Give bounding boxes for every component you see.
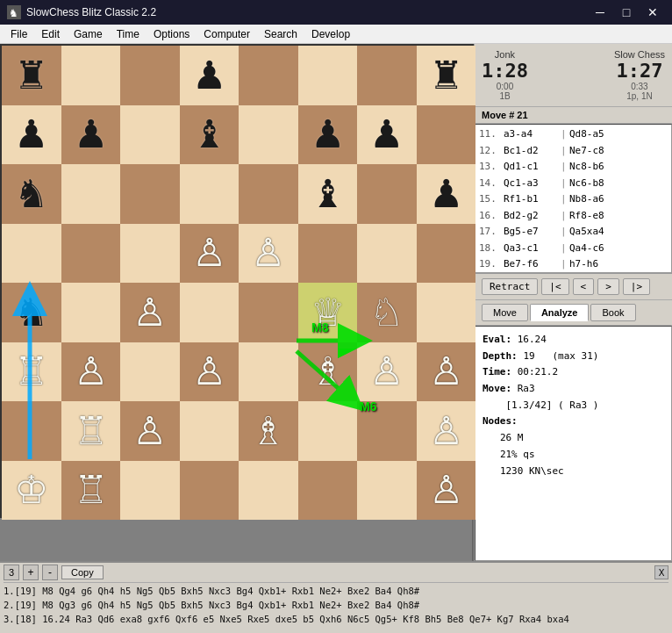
square-h4[interactable]	[417, 283, 476, 342]
square-c1[interactable]	[120, 461, 180, 521]
square-g3[interactable]: ♙	[357, 342, 417, 402]
square-b7[interactable]: ♟	[61, 105, 121, 165]
square-f7[interactable]: ♟	[298, 105, 358, 165]
square-f3[interactable]: ♗	[298, 342, 358, 402]
square-a2[interactable]	[2, 401, 61, 461]
square-a5[interactable]	[2, 224, 61, 284]
analysis-minus-button[interactable]: -	[42, 565, 58, 580]
square-c5[interactable]	[120, 224, 180, 284]
square-h7[interactable]	[417, 105, 476, 165]
square-d4[interactable]	[180, 283, 239, 342]
square-e7[interactable]	[239, 105, 298, 165]
menu-computer[interactable]: Computer	[197, 26, 257, 42]
square-b6[interactable]	[61, 164, 121, 224]
square-e5[interactable]: ♙	[239, 224, 298, 284]
square-h2[interactable]: ♙	[417, 401, 476, 461]
tab-analyze[interactable]: Analyze	[530, 304, 590, 321]
square-f2[interactable]	[298, 401, 358, 461]
square-d2[interactable]	[180, 401, 239, 461]
tab-book[interactable]: Book	[590, 304, 635, 321]
menu-game[interactable]: Game	[67, 26, 110, 42]
square-h6[interactable]: ♟	[417, 164, 476, 224]
square-e8[interactable]	[239, 46, 298, 105]
prev-button[interactable]: <	[573, 278, 595, 295]
square-a3[interactable]: ♖	[2, 342, 61, 402]
square-b8[interactable]	[61, 46, 121, 105]
square-d6[interactable]	[180, 164, 239, 224]
analysis-line-2: 2.[19] M8 Qg3 g6 Qh4 h5 Ng5 Qb5 Bxh5 Nxc…	[4, 599, 668, 613]
minimize-button[interactable]: ─	[588, 4, 612, 21]
square-b1[interactable]: ♖	[61, 461, 121, 521]
square-c3[interactable]	[120, 342, 180, 402]
square-b2[interactable]: ♖	[61, 401, 121, 461]
square-e3[interactable]	[239, 342, 298, 402]
menu-options[interactable]: Options	[147, 26, 197, 42]
square-h5[interactable]	[417, 224, 476, 284]
square-f6[interactable]: ♝	[298, 164, 358, 224]
menubar: File Edit Game Time Options Computer Sea…	[0, 25, 672, 44]
tab-move[interactable]: Move	[482, 304, 528, 321]
square-a6[interactable]: ♞	[2, 164, 61, 224]
close-analysis-button[interactable]: X	[654, 565, 668, 579]
square-g1[interactable]	[357, 461, 417, 521]
square-b5[interactable]	[61, 224, 121, 284]
analysis-add-button[interactable]: +	[23, 565, 39, 580]
square-d8[interactable]: ♟	[180, 46, 239, 105]
square-e2[interactable]: ♗	[239, 401, 298, 461]
menu-develop[interactable]: Develop	[304, 26, 357, 42]
square-a4[interactable]: ♞	[2, 283, 61, 342]
square-d7[interactable]: ♝	[180, 105, 239, 165]
right-panel: Jonk 1:28 0:00 1B Slow Chess 1:27 0:33 1…	[474, 44, 672, 561]
square-f1[interactable]	[298, 461, 358, 521]
menu-file[interactable]: File	[4, 26, 34, 42]
square-f5[interactable]	[298, 224, 358, 284]
square-d1[interactable]	[180, 461, 239, 521]
qs-line: 21% qs	[483, 447, 664, 464]
move-list[interactable]: 11. a3-a4 | Qd8-a5 12. Bc1-d2 | Ne7-c8 1…	[475, 124, 672, 273]
square-h8[interactable]: ♜	[417, 46, 476, 105]
analysis-lines: 1.[19] M8 Qg4 g6 Qh4 h5 Ng5 Qb5 Bxh5 Nxc…	[4, 585, 668, 626]
square-a1[interactable]: ♔	[2, 461, 61, 521]
maximize-button[interactable]: □	[614, 4, 639, 21]
speed-line: 1230 KN\sec	[483, 464, 664, 480]
next-button[interactable]: >	[597, 278, 619, 295]
menu-search[interactable]: Search	[257, 26, 304, 42]
square-d3[interactable]: ♙	[180, 342, 239, 402]
nodes-val-line: 26 M	[483, 430, 664, 447]
square-a7[interactable]: ♟	[2, 105, 61, 165]
player-right-time: 1:27	[614, 60, 665, 82]
move-row-19: 19. Be7-f6 | h7-h6	[477, 256, 669, 273]
square-g4[interactable]: ♘	[357, 283, 417, 342]
move-row-17: 17. Bg5-e7 | Qa5xa4	[477, 224, 669, 241]
end-button[interactable]: |>	[623, 278, 650, 295]
square-f8[interactable]	[298, 46, 358, 105]
square-c6[interactable]	[120, 164, 180, 224]
square-e1[interactable]	[239, 461, 298, 521]
square-h1[interactable]: ♙	[417, 461, 476, 521]
square-g7[interactable]: ♟	[357, 105, 417, 165]
menu-edit[interactable]: Edit	[34, 26, 67, 42]
square-e6[interactable]	[239, 164, 298, 224]
square-b3[interactable]: ♙	[61, 342, 121, 402]
start-button[interactable]: |<	[541, 278, 568, 295]
square-c7[interactable]	[120, 105, 180, 165]
retract-button[interactable]: Retract	[482, 278, 538, 295]
square-h3[interactable]: ♙	[417, 342, 476, 402]
analysis-bar: 3 + - Copy X 1.[19] M8 Qg4 g6 Qh4 h5 Ng5…	[0, 561, 672, 633]
square-g5[interactable]	[357, 224, 417, 284]
svg-text:♞: ♞	[9, 7, 18, 19]
copy-button[interactable]: Copy	[61, 565, 104, 579]
square-e4[interactable]	[239, 283, 298, 342]
square-c4[interactable]: ♙	[120, 283, 180, 342]
square-g8[interactable]	[357, 46, 417, 105]
close-button[interactable]: ✕	[640, 4, 665, 21]
square-c8[interactable]	[120, 46, 180, 105]
menu-time[interactable]: Time	[110, 26, 147, 42]
square-g6[interactable]	[357, 164, 417, 224]
square-d5[interactable]: ♙	[180, 224, 239, 284]
analysis-tab-num[interactable]: 3	[4, 565, 19, 580]
player-right: Slow Chess 1:27 0:33 1p, 1N	[614, 49, 665, 101]
square-c2[interactable]: ♙	[120, 401, 180, 461]
square-a8[interactable]: ♜	[2, 46, 61, 105]
square-b4[interactable]	[61, 283, 121, 342]
